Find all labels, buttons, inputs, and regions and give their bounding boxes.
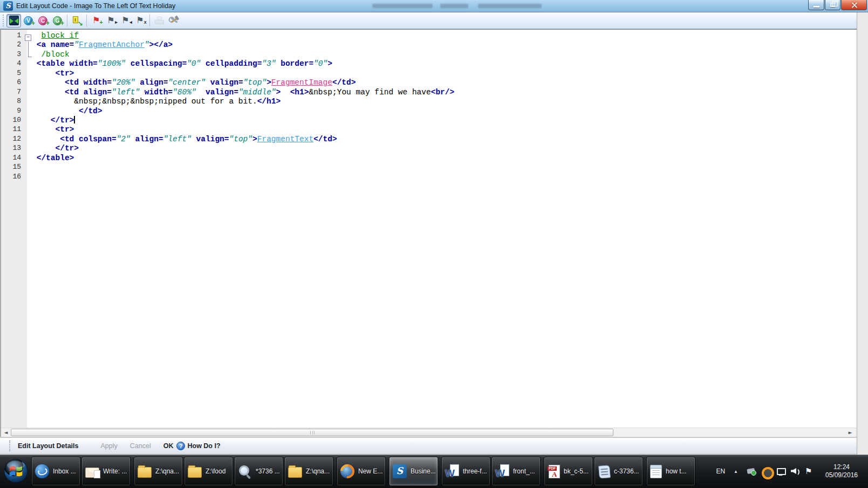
taskbar-button-envelope-1[interactable]: Write: ... (81, 457, 131, 486)
background-window-ghost (372, 4, 523, 9)
search-icon (238, 464, 252, 478)
volume-icon[interactable] (790, 466, 800, 476)
folder-icon (288, 467, 302, 478)
ok-button[interactable]: OK (163, 442, 174, 450)
toolbar: V+C+G+I↘⚑+⚑▸⚑◂⚑x (0, 12, 857, 29)
line-number: 16 (1, 173, 27, 182)
taskbar-button-word-9[interactable]: Wfront_... (491, 457, 541, 486)
system-tray: EN ▲ ⚑ 12:24 05/09/2016 (716, 455, 868, 488)
taskbar-button-script-11[interactable]: c-3736... (594, 457, 643, 486)
minimize-button[interactable] (808, 0, 824, 10)
insert-variable-icon: V+ (24, 16, 33, 25)
code-line[interactable]: <tr> (32, 69, 857, 78)
thunderbird-icon (35, 464, 49, 478)
code-area[interactable]: − block_if <a name="FragmentAnchor"></a>… (32, 31, 857, 182)
word-icon: W (495, 464, 509, 478)
previous-bookmark-button[interactable]: ⚑◂ (118, 14, 133, 28)
toolbar-grip (3, 15, 4, 26)
code-line[interactable]: </tr> (32, 144, 857, 153)
scroll-right-icon[interactable]: ► (846, 429, 855, 437)
code-line[interactable]: <tr> (32, 125, 857, 134)
code-line[interactable]: <td width="20%" align="center" valign="t… (32, 78, 857, 87)
taskbar-button-pdf-10[interactable]: PDFAbk_c-5... (544, 457, 593, 486)
fold-collapse-icon[interactable]: − (25, 35, 31, 41)
notepad-icon (650, 465, 662, 478)
window-titlebar: S Edit Layout Code - Image To The Left O… (0, 0, 868, 12)
horizontal-scrollbar[interactable]: ◄ ► (1, 428, 857, 437)
start-button[interactable] (3, 458, 29, 484)
script-icon (598, 465, 611, 479)
insert-condition-icon: C+ (38, 16, 47, 25)
insert-condition-button[interactable]: C+ (36, 14, 50, 28)
flag-next-icon: ⚑▸ (107, 16, 114, 25)
line-number: 5 (1, 69, 27, 78)
antivirus-icon[interactable] (761, 466, 771, 476)
insert-block-icon: G+ (53, 16, 62, 25)
taskbar-button-label: *3736 ... (256, 468, 280, 475)
taskbar-button-thunderbird-0[interactable]: Inbox ... (31, 457, 80, 486)
insert-layout-button[interactable]: I↘ (70, 14, 84, 28)
code-line[interactable]: </tr> (32, 116, 857, 125)
code-line[interactable] (32, 163, 857, 172)
taskbar-button-word-8[interactable]: Wthree-f... (441, 457, 490, 486)
code-line[interactable]: <td align="left" width="80%" valign="mid… (32, 88, 857, 97)
hidden-icons-arrow[interactable]: ▲ (734, 469, 738, 474)
taskbar-button-folder-5[interactable]: Z:\qna... (284, 457, 333, 486)
taskbar-button-label: Z:\qna... (155, 468, 179, 475)
apply-button: Apply (101, 442, 118, 450)
pdf-icon: PDFA (549, 465, 560, 478)
close-button[interactable] (841, 0, 867, 10)
line-number: 1 (1, 31, 27, 40)
help-icon: ? (176, 442, 185, 450)
taskbar-button-sellerdeck-7[interactable]: SBusine... (389, 457, 438, 486)
image-layout-button[interactable] (6, 14, 21, 28)
code-line[interactable]: block_if (32, 31, 857, 40)
scrollbar-thumb[interactable] (11, 429, 613, 436)
word-icon: W (445, 464, 459, 478)
line-number: 3 (1, 50, 27, 59)
code-line[interactable]: /block (32, 50, 857, 59)
insert-block-button[interactable]: G+ (50, 14, 65, 28)
code-line[interactable]: <a name="FragmentAnchor"></a> (32, 40, 857, 50)
code-line[interactable] (32, 173, 857, 182)
device-icon[interactable] (747, 466, 756, 476)
text-caret (74, 116, 75, 123)
close-icon (851, 2, 858, 8)
taskbar-button-label: New E... (358, 468, 382, 475)
taskbar-button-folder-2[interactable]: Z:\qna... (134, 457, 183, 486)
code-line[interactable]: &nbsp;&nbsp;&nbsp;nipped out for a bit.<… (32, 97, 857, 106)
code-line[interactable]: <table width="100%" cellspacing="0" cell… (32, 59, 857, 68)
restore-button[interactable] (825, 0, 840, 10)
tools-icon (169, 16, 179, 25)
tools-button[interactable] (167, 14, 181, 28)
toolbar-separator (86, 15, 87, 26)
code-line[interactable]: </table> (32, 154, 857, 163)
code-line[interactable]: <td colspan="2" align="left" valign="top… (32, 135, 857, 144)
line-number: 6 (1, 78, 27, 87)
action-center-flag-icon[interactable]: ⚑ (805, 466, 812, 476)
edit-layout-details-button[interactable]: Edit Layout Details (18, 442, 79, 450)
envelope-icon (85, 468, 99, 478)
clock[interactable]: 12:24 05/09/2016 (821, 463, 863, 479)
network-icon[interactable] (776, 466, 785, 476)
how-do-i-button[interactable]: ?How Do I? (176, 442, 220, 450)
line-number: 2 (1, 40, 27, 50)
next-bookmark-button[interactable]: ⚑▸ (104, 14, 118, 28)
add-bookmark-button[interactable]: ⚑+ (89, 14, 104, 28)
code-editor[interactable]: 12345678910111213141516 − block_if <a na… (0, 29, 857, 437)
clear-bookmarks-button[interactable]: ⚑x (133, 14, 147, 28)
language-indicator[interactable]: EN (716, 468, 725, 475)
line-number: 8 (1, 97, 27, 106)
clock-date: 05/09/2016 (821, 471, 863, 479)
insert-variable-button[interactable]: V+ (21, 14, 36, 28)
taskbar-button-firefox-6[interactable]: New E... (337, 457, 386, 486)
taskbar-button-label: bk_c-5... (564, 468, 589, 475)
taskbar-button-label: Write: ... (103, 468, 127, 475)
code-line[interactable]: </td> (32, 107, 857, 116)
taskbar-button-notepad-12[interactable]: how t... (646, 457, 695, 486)
line-number: 4 (1, 59, 27, 68)
taskbar-button-folder-3[interactable]: Z:\food (184, 457, 233, 486)
scroll-left-icon[interactable]: ◄ (2, 429, 10, 437)
taskbar-button-search-4[interactable]: *3736 ... (234, 457, 283, 486)
folder-icon (188, 467, 202, 478)
